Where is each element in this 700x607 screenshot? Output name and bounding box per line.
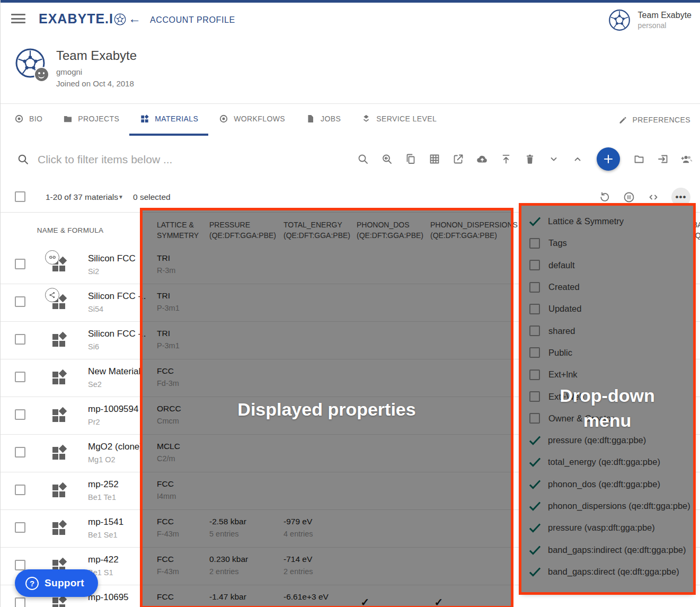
search-icon[interactable] — [357, 153, 369, 165]
tabs-container: BIOPROJECTSMATERIALSWORKFLOWSJOBSSERVICE… — [4, 104, 447, 136]
material-icon — [52, 445, 68, 461]
row-checkbox[interactable] — [15, 372, 25, 382]
material-formula: Be1 Te1 — [88, 493, 116, 502]
material-name[interactable]: mp-1009594 — [88, 404, 138, 415]
select-all-checkbox[interactable] — [15, 191, 25, 202]
materials-toolbar — [357, 136, 693, 182]
code-icon[interactable] — [647, 191, 660, 204]
target-icon — [14, 113, 24, 124]
material-icon — [52, 370, 68, 386]
import-icon[interactable] — [657, 153, 669, 165]
row-checkbox[interactable] — [15, 409, 25, 420]
material-formula: Be1 Se1 — [88, 531, 118, 539]
chevron-down-icon[interactable] — [547, 153, 560, 165]
pause-icon[interactable] — [623, 191, 635, 204]
material-name[interactable]: mp-1541 — [88, 517, 123, 527]
support-label: Support — [45, 577, 84, 589]
profile-section: Team Exabyte gmogni Joined on Oct 4, 201… — [1, 34, 700, 104]
folder-icon[interactable] — [633, 153, 645, 165]
share-badge-icon — [45, 288, 59, 302]
material-name[interactable]: mp-10695 — [88, 592, 129, 603]
link-badge-icon — [45, 250, 59, 265]
column-name-formula[interactable]: NAME & FORMULA — [1, 226, 140, 234]
app-header: EXABYTE.I ← ACCOUNT PROFILE Team Exabyte… — [1, 3, 700, 34]
tab-jobs[interactable]: JOBS — [295, 104, 351, 136]
file-icon — [305, 113, 316, 124]
tab-workflows[interactable]: WORKFLOWS — [208, 104, 295, 136]
material-name[interactable]: New Material — [88, 366, 140, 377]
row-checkbox[interactable] — [15, 485, 25, 495]
row-checkbox[interactable] — [15, 522, 25, 533]
material-formula: Si6 — [88, 342, 99, 351]
page-title: ACCOUNT PROFILE — [150, 15, 235, 25]
material-icon — [52, 521, 68, 536]
open-in-new-icon[interactable] — [452, 153, 465, 165]
plus-icon — [602, 153, 615, 165]
material-name[interactable]: Silicon FCC -.. — [88, 329, 146, 339]
material-name[interactable]: Silicon FCC -.. — [88, 291, 146, 302]
support-button[interactable]: ? Support — [15, 569, 98, 597]
account-switcher[interactable]: Team Exabyte personal — [608, 9, 692, 31]
tab-preferences[interactable]: PREFERENCES — [618, 104, 690, 136]
refresh-icon[interactable] — [598, 191, 611, 204]
search-within-icon[interactable] — [380, 153, 393, 165]
row-checkbox[interactable] — [15, 334, 25, 345]
cloud-upload-icon[interactable] — [476, 153, 489, 165]
user-face-badge — [34, 67, 49, 82]
add-material-button[interactable] — [597, 147, 620, 171]
filter-input[interactable] — [37, 148, 261, 171]
soccer-ball-icon — [114, 13, 126, 25]
annotation-box-displayed-properties: Displayed properties — [140, 208, 513, 607]
chevron-up-icon[interactable] — [571, 153, 584, 165]
tabs-bar: BIOPROJECTSMATERIALSWORKFLOWSJOBSSERVICE… — [1, 104, 700, 136]
menu-icon[interactable] — [11, 14, 25, 23]
material-name[interactable]: mp-252 — [88, 479, 119, 490]
chevron-down-icon[interactable]: ▼ — [118, 194, 123, 200]
material-name[interactable]: Silicon FCC — [88, 253, 136, 264]
profile-joined-date: Joined on Oct 4, 2018 — [56, 79, 134, 88]
delete-icon[interactable] — [524, 153, 536, 165]
materials-icon — [139, 113, 150, 124]
add-users-icon[interactable] — [680, 153, 693, 165]
material-icon — [52, 408, 68, 424]
pagination-range: 1-20 of 37 materials — [46, 192, 118, 202]
material-name[interactable]: MgO2 (clone) — [88, 442, 143, 452]
copy-icon[interactable] — [404, 153, 417, 165]
upload-icon[interactable] — [500, 153, 512, 165]
layers-icon — [361, 113, 371, 124]
annotation-box-dropdown-menu: Drop-down menu — [519, 203, 696, 595]
material-formula: Se2 — [88, 380, 102, 389]
material-formula: Si2 — [88, 267, 99, 276]
account-avatar — [608, 9, 631, 31]
logo-text: EXABYTE.I — [39, 11, 113, 27]
profile-username: gmogni — [56, 67, 82, 76]
material-name[interactable]: mp-422 — [88, 555, 119, 565]
tab-label: MATERIALS — [155, 115, 198, 123]
row-checkbox[interactable] — [15, 447, 25, 458]
tab-label: JOBS — [321, 115, 341, 123]
row-checkbox[interactable] — [15, 597, 25, 607]
material-icon — [52, 596, 68, 607]
tab-service-level[interactable]: SERVICE LEVEL — [351, 104, 447, 136]
material-icon — [52, 332, 68, 348]
row-checkbox[interactable] — [15, 259, 25, 269]
account-type: personal — [638, 21, 692, 30]
tab-materials[interactable]: MATERIALS — [129, 104, 208, 136]
annotation-label: Drop-down menu — [521, 383, 693, 433]
tab-projects[interactable]: PROJECTS — [52, 104, 129, 136]
material-formula: Si54 — [88, 305, 103, 313]
table-grid-icon[interactable] — [428, 153, 441, 165]
material-formula: Mg1 O2 — [88, 455, 116, 464]
pencil-icon — [618, 115, 628, 125]
back-arrow-icon[interactable]: ← — [128, 12, 141, 25]
exabyte-logo[interactable]: EXABYTE.I — [39, 11, 126, 27]
tab-bio[interactable]: BIO — [4, 104, 52, 136]
row-checkbox[interactable] — [15, 296, 25, 307]
row-checkbox[interactable] — [15, 560, 25, 570]
search-icon — [16, 153, 30, 166]
tab-label: PROJECTS — [78, 115, 119, 123]
filter-bar — [1, 136, 700, 182]
selected-count: 0 selected — [133, 192, 171, 202]
folder-filled-icon — [63, 113, 73, 124]
annotation-label: Displayed properties — [143, 397, 511, 422]
